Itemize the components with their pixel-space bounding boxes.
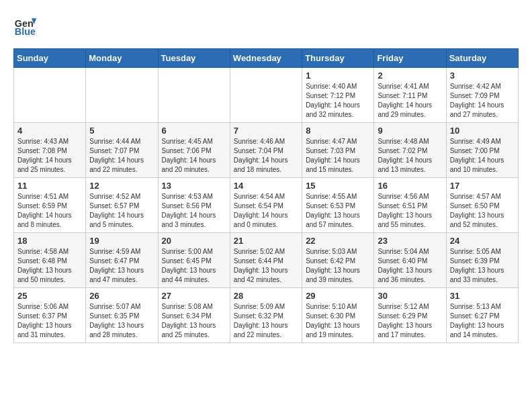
day-number: 9 <box>378 126 442 136</box>
day-info: Sunrise: 4:59 AMSunset: 6:47 PMDaylight:… <box>89 247 154 285</box>
day-info: Sunrise: 5:13 AMSunset: 6:27 PMDaylight:… <box>450 302 515 340</box>
calendar-cell <box>230 68 302 123</box>
calendar-cell: 1Sunrise: 4:40 AMSunset: 7:12 PMDaylight… <box>302 68 374 123</box>
day-info: Sunrise: 4:51 AMSunset: 6:59 PMDaylight:… <box>17 192 82 230</box>
calendar-cell: 14Sunrise: 4:54 AMSunset: 6:54 PMDayligh… <box>230 178 302 233</box>
day-of-week-header: Sunday <box>14 49 86 68</box>
day-of-week-header: Monday <box>86 49 158 68</box>
day-number: 3 <box>450 71 515 81</box>
calendar-cell: 13Sunrise: 4:53 AMSunset: 6:56 PMDayligh… <box>158 178 230 233</box>
calendar-cell <box>158 68 230 123</box>
calendar-cell: 27Sunrise: 5:08 AMSunset: 6:34 PMDayligh… <box>158 288 230 343</box>
calendar-cell: 23Sunrise: 5:04 AMSunset: 6:40 PMDayligh… <box>374 233 446 288</box>
calendar-cell: 30Sunrise: 5:12 AMSunset: 6:29 PMDayligh… <box>374 288 446 343</box>
day-info: Sunrise: 4:45 AMSunset: 7:06 PMDaylight:… <box>162 137 226 175</box>
calendar-week-row: 25Sunrise: 5:06 AMSunset: 6:37 PMDayligh… <box>14 288 519 343</box>
day-number: 25 <box>17 291 82 301</box>
day-info: Sunrise: 5:10 AMSunset: 6:30 PMDaylight:… <box>306 302 370 340</box>
calendar-cell: 17Sunrise: 4:57 AMSunset: 6:50 PMDayligh… <box>446 178 518 233</box>
day-number: 31 <box>450 291 515 301</box>
day-number: 23 <box>378 236 442 246</box>
calendar-cell: 18Sunrise: 4:58 AMSunset: 6:48 PMDayligh… <box>14 233 86 288</box>
calendar-cell: 9Sunrise: 4:48 AMSunset: 7:02 PMDaylight… <box>374 123 446 178</box>
calendar-cell: 4Sunrise: 4:43 AMSunset: 7:08 PMDaylight… <box>14 123 86 178</box>
day-number: 5 <box>89 126 154 136</box>
calendar-cell: 19Sunrise: 4:59 AMSunset: 6:47 PMDayligh… <box>86 233 158 288</box>
day-number: 12 <box>89 181 154 191</box>
day-info: Sunrise: 5:04 AMSunset: 6:40 PMDaylight:… <box>378 247 442 285</box>
day-number: 13 <box>162 181 226 191</box>
day-number: 17 <box>450 181 515 191</box>
calendar-cell <box>14 68 86 123</box>
calendar-cell: 21Sunrise: 5:02 AMSunset: 6:44 PMDayligh… <box>230 233 302 288</box>
day-info: Sunrise: 4:43 AMSunset: 7:08 PMDaylight:… <box>17 137 82 175</box>
calendar-cell: 6Sunrise: 4:45 AMSunset: 7:06 PMDaylight… <box>158 123 230 178</box>
day-info: Sunrise: 5:12 AMSunset: 6:29 PMDaylight:… <box>378 302 442 340</box>
day-info: Sunrise: 5:06 AMSunset: 6:37 PMDaylight:… <box>17 302 82 340</box>
day-number: 27 <box>162 291 226 301</box>
day-info: Sunrise: 5:09 AMSunset: 6:32 PMDaylight:… <box>234 302 298 340</box>
day-number: 4 <box>17 126 82 136</box>
day-info: Sunrise: 4:56 AMSunset: 6:51 PMDaylight:… <box>378 192 442 230</box>
calendar-cell <box>86 68 158 123</box>
calendar-cell: 7Sunrise: 4:46 AMSunset: 7:04 PMDaylight… <box>230 123 302 178</box>
calendar-week-row: 11Sunrise: 4:51 AMSunset: 6:59 PMDayligh… <box>14 178 519 233</box>
day-number: 14 <box>234 181 298 191</box>
day-info: Sunrise: 4:54 AMSunset: 6:54 PMDaylight:… <box>234 192 298 230</box>
calendar-cell: 24Sunrise: 5:05 AMSunset: 6:39 PMDayligh… <box>446 233 518 288</box>
calendar-week-row: 4Sunrise: 4:43 AMSunset: 7:08 PMDaylight… <box>14 123 519 178</box>
calendar-cell: 31Sunrise: 5:13 AMSunset: 6:27 PMDayligh… <box>446 288 518 343</box>
day-info: Sunrise: 5:02 AMSunset: 6:44 PMDaylight:… <box>234 247 298 285</box>
calendar-cell: 8Sunrise: 4:47 AMSunset: 7:03 PMDaylight… <box>302 123 374 178</box>
day-number: 16 <box>378 181 442 191</box>
calendar-cell: 11Sunrise: 4:51 AMSunset: 6:59 PMDayligh… <box>14 178 86 233</box>
svg-text:Blue: Blue <box>15 26 36 37</box>
logo-icon: Gen Blue <box>13 13 38 38</box>
day-info: Sunrise: 5:00 AMSunset: 6:45 PMDaylight:… <box>162 247 226 285</box>
calendar-week-row: 18Sunrise: 4:58 AMSunset: 6:48 PMDayligh… <box>14 233 519 288</box>
day-info: Sunrise: 4:46 AMSunset: 7:04 PMDaylight:… <box>234 137 298 175</box>
day-number: 30 <box>378 291 442 301</box>
day-number: 8 <box>306 126 370 136</box>
calendar-cell: 16Sunrise: 4:56 AMSunset: 6:51 PMDayligh… <box>374 178 446 233</box>
calendar-cell: 12Sunrise: 4:52 AMSunset: 6:57 PMDayligh… <box>86 178 158 233</box>
calendar-cell: 25Sunrise: 5:06 AMSunset: 6:37 PMDayligh… <box>14 288 86 343</box>
day-info: Sunrise: 4:44 AMSunset: 7:07 PMDaylight:… <box>89 137 154 175</box>
day-info: Sunrise: 4:53 AMSunset: 6:56 PMDaylight:… <box>162 192 226 230</box>
day-info: Sunrise: 4:49 AMSunset: 7:00 PMDaylight:… <box>450 137 515 175</box>
day-of-week-header: Wednesday <box>230 49 302 68</box>
day-number: 15 <box>306 181 370 191</box>
day-of-week-header: Thursday <box>302 49 374 68</box>
day-number: 2 <box>378 71 442 81</box>
day-number: 7 <box>234 126 298 136</box>
day-number: 24 <box>450 236 515 246</box>
calendar-cell: 5Sunrise: 4:44 AMSunset: 7:07 PMDaylight… <box>86 123 158 178</box>
day-info: Sunrise: 4:55 AMSunset: 6:53 PMDaylight:… <box>306 192 370 230</box>
day-number: 18 <box>17 236 82 246</box>
day-number: 29 <box>306 291 370 301</box>
day-info: Sunrise: 4:58 AMSunset: 6:48 PMDaylight:… <box>17 247 82 285</box>
calendar-header-row: SundayMondayTuesdayWednesdayThursdayFrid… <box>14 49 519 68</box>
day-info: Sunrise: 4:47 AMSunset: 7:03 PMDaylight:… <box>306 137 370 175</box>
calendar-cell: 20Sunrise: 5:00 AMSunset: 6:45 PMDayligh… <box>158 233 230 288</box>
day-info: Sunrise: 4:42 AMSunset: 7:09 PMDaylight:… <box>450 82 515 120</box>
day-info: Sunrise: 5:07 AMSunset: 6:35 PMDaylight:… <box>89 302 154 340</box>
calendar-cell: 29Sunrise: 5:10 AMSunset: 6:30 PMDayligh… <box>302 288 374 343</box>
day-info: Sunrise: 4:40 AMSunset: 7:12 PMDaylight:… <box>306 82 370 120</box>
day-number: 20 <box>162 236 226 246</box>
day-info: Sunrise: 5:08 AMSunset: 6:34 PMDaylight:… <box>162 302 226 340</box>
day-of-week-header: Saturday <box>446 49 518 68</box>
calendar-cell: 10Sunrise: 4:49 AMSunset: 7:00 PMDayligh… <box>446 123 518 178</box>
calendar-cell: 26Sunrise: 5:07 AMSunset: 6:35 PMDayligh… <box>86 288 158 343</box>
day-number: 10 <box>450 126 515 136</box>
day-number: 6 <box>162 126 226 136</box>
day-info: Sunrise: 4:57 AMSunset: 6:50 PMDaylight:… <box>450 192 515 230</box>
day-number: 21 <box>234 236 298 246</box>
day-of-week-header: Tuesday <box>158 49 230 68</box>
calendar-cell: 15Sunrise: 4:55 AMSunset: 6:53 PMDayligh… <box>302 178 374 233</box>
day-number: 19 <box>89 236 154 246</box>
day-info: Sunrise: 4:48 AMSunset: 7:02 PMDaylight:… <box>378 137 442 175</box>
calendar-week-row: 1Sunrise: 4:40 AMSunset: 7:12 PMDaylight… <box>14 68 519 123</box>
day-info: Sunrise: 5:03 AMSunset: 6:42 PMDaylight:… <box>306 247 370 285</box>
day-of-week-header: Friday <box>374 49 446 68</box>
